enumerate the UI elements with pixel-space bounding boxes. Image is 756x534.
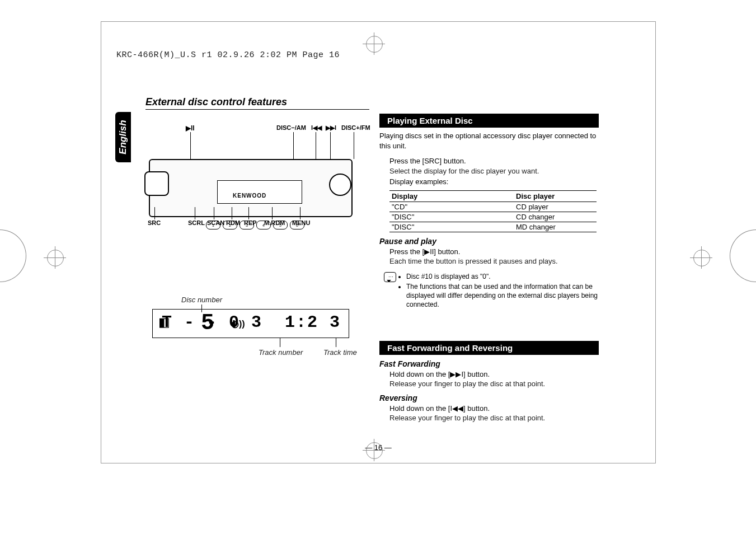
- callout-line: [214, 207, 214, 219]
- pause-sub: Each time the button is pressed it pause…: [389, 256, 599, 266]
- language-tab-label: English: [118, 120, 129, 154]
- callout-line: [195, 207, 195, 219]
- note-icon: ⋯: [384, 272, 396, 282]
- ff-lead: Hold down on the [▶▶I] button.: [389, 369, 599, 380]
- radio-src-knob: [144, 171, 169, 196]
- callout-line: [300, 207, 300, 219]
- table-cell: CD player: [514, 202, 597, 212]
- table-cell: "DISC": [389, 222, 514, 232]
- table-row: "CD" CD player: [389, 202, 597, 212]
- notes-block: ⋯ Disc #10 is displayed as "0". The func…: [398, 272, 599, 310]
- rev-step: Hold down on the [I◀◀] button. Release y…: [389, 404, 599, 423]
- radio-volume-knob: [329, 174, 351, 196]
- lcd-track-segment: T - - 0 3: [162, 313, 262, 332]
- callout-rep: REP: [244, 219, 257, 226]
- playing-external-disc-title: Playing External Disc: [379, 114, 599, 128]
- section-title: External disc control features: [145, 96, 369, 110]
- table-row: "DISC" CD changer: [389, 212, 597, 222]
- lcd-display: ◧ 5 ◐)) T - - 0 3 1:2 3: [152, 309, 349, 338]
- callout-mrdm: M.RDM: [264, 219, 285, 226]
- callout-line: [154, 207, 155, 219]
- lcd-time-segment: 1:2 3: [285, 313, 341, 332]
- callout-disc-plus: DISC+/FM: [341, 124, 370, 131]
- ff-reversing-title: Fast Forwarding and Reversing: [379, 341, 599, 355]
- playing-examples-lead: Display examples:: [389, 177, 599, 187]
- register-mark-right: [690, 246, 712, 269]
- callout-scrl: SCRL: [188, 219, 205, 226]
- binding-mark-right: [730, 229, 756, 282]
- fast-forwarding-subhead: Fast Forwarding: [379, 359, 599, 368]
- callout-line: [336, 338, 336, 347]
- right-column: Playing External Disc Playing discs set …: [379, 114, 599, 423]
- callout-play-pause: ▶II: [186, 124, 195, 132]
- callout-src: SRC: [148, 219, 161, 226]
- playing-step-lead: Press the [SRC] button.: [389, 156, 599, 166]
- callout-line: [280, 338, 280, 347]
- page-number: — 16 —: [101, 443, 655, 452]
- callout-rdm: RDM: [226, 219, 240, 226]
- note-item: The functions that can be used and the i…: [406, 282, 599, 310]
- ff-sub: Release your finger to play the disc at …: [389, 379, 599, 389]
- binding-mark-left: [0, 229, 26, 282]
- lcd-track-number-label: Track number: [259, 348, 303, 357]
- reversing-subhead: Reversing: [379, 394, 599, 402]
- callout-scan: SCAN: [207, 219, 224, 226]
- rev-sub: Release your finger to play the disc at …: [389, 413, 599, 423]
- callout-line: [248, 207, 249, 219]
- table-cell: "CD": [389, 202, 514, 212]
- pause-and-play-subhead: Pause and play: [379, 237, 599, 246]
- radio-diagram: KENWOOD 1 2 3 4 5 6: [149, 142, 350, 226]
- display-examples-table: Display Disc player "CD" CD player "DISC…: [389, 190, 597, 232]
- table-cell: "DISC": [389, 212, 514, 222]
- ff-step: Hold down on the [▶▶I] button. Release y…: [389, 369, 599, 389]
- table-cell: CD changer: [514, 212, 597, 222]
- rev-lead: Hold down on the [I◀◀] button.: [389, 404, 599, 414]
- register-mark-left: [44, 246, 66, 269]
- playing-step-sub: Select the display for the disc player y…: [389, 166, 599, 176]
- callout-line: [232, 207, 232, 219]
- radio-body: KENWOOD 1 2 3 4 5 6: [149, 159, 353, 217]
- lcd-disc-number-label: Disc number: [181, 296, 222, 304]
- radio-display-window: [217, 180, 302, 204]
- radio-brand-label: KENWOOD: [233, 193, 266, 199]
- pause-step: Press the [▶II] button. Each time the bu…: [389, 247, 599, 266]
- playing-step: Press the [SRC] button. Select the displ…: [389, 156, 599, 187]
- pause-lead: Press the [▶II] button.: [389, 247, 599, 257]
- callout-disc-minus: DISC−/AM: [276, 124, 306, 131]
- callout-line: [354, 132, 354, 159]
- table-header-display: Display: [389, 190, 514, 202]
- table-row: "DISC" MD changer: [389, 222, 597, 232]
- playing-intro: Playing discs set in the optional access…: [379, 131, 599, 151]
- lcd-readout: T - - 0 3 1:2 3: [162, 313, 341, 332]
- callout-menu: MENU: [292, 219, 310, 226]
- callout-line: [272, 207, 273, 219]
- table-header-player: Disc player: [514, 190, 597, 202]
- callout-next: ▶▶I: [326, 124, 336, 132]
- note-item: Disc #10 is displayed as "0".: [406, 272, 599, 281]
- table-cell: MD changer: [514, 222, 597, 232]
- lcd-track-time-label: Track time: [323, 348, 357, 357]
- callout-prev: I◀◀: [311, 124, 322, 132]
- language-tab: English: [115, 112, 131, 162]
- print-header: KRC-466R(M)_U.S r1 02.9.26 2:02 PM Page …: [116, 50, 340, 60]
